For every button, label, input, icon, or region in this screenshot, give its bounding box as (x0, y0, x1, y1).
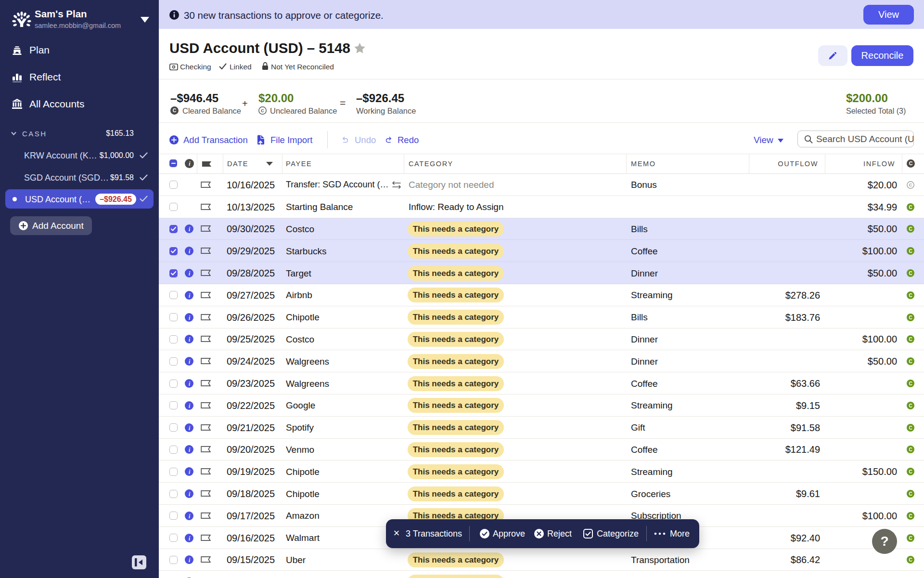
svg-text:C: C (909, 535, 912, 540)
svg-text:C: C (909, 226, 912, 232)
svg-text:C: C (909, 271, 912, 276)
svg-text:C: C (909, 204, 912, 210)
svg-text:C: C (909, 425, 912, 430)
svg-text:C: C (909, 447, 912, 452)
svg-text:C: C (909, 337, 912, 342)
svg-text:C: C (909, 183, 912, 187)
svg-text:C: C (909, 160, 913, 166)
svg-text:C: C (909, 249, 912, 254)
svg-text:C: C (909, 513, 912, 518)
svg-text:C: C (909, 491, 912, 497)
svg-text:C: C (909, 381, 912, 386)
svg-text:C: C (909, 359, 912, 364)
svg-text:C: C (909, 292, 912, 298)
svg-text:C: C (261, 108, 264, 113)
svg-text:C: C (909, 469, 912, 474)
svg-text:C: C (909, 557, 912, 563)
svg-text:C: C (909, 403, 912, 408)
svg-text:C: C (173, 107, 177, 113)
svg-text:C: C (909, 315, 912, 320)
